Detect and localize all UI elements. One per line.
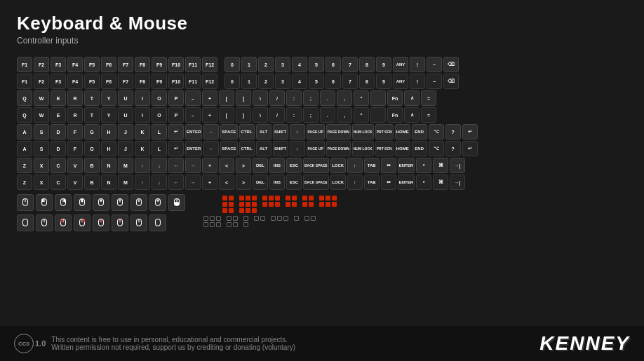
mouse-icon-outline-8[interactable]: [149, 214, 166, 231]
key-ltb[interactable]: <: [219, 175, 234, 190]
key-d[interactable]: D: [51, 124, 66, 139]
key-q[interactable]: Q: [17, 90, 32, 106]
key-dashb[interactable]: –: [185, 107, 201, 123]
key-numplus[interactable]: +: [202, 158, 217, 173]
key-p[interactable]: P: [168, 90, 184, 106]
key-l[interactable]: L: [152, 124, 167, 139]
key-uparrow[interactable]: ↑: [135, 158, 150, 173]
key-esc[interactable]: ESC: [286, 158, 302, 173]
key-eb[interactable]: E: [51, 107, 66, 123]
key-downarrowb[interactable]: ↓: [152, 175, 167, 190]
key-o[interactable]: O: [152, 90, 167, 106]
key-z[interactable]: Z: [17, 158, 32, 173]
key-f12b[interactable]: F12: [202, 74, 217, 89]
key-tilde[interactable]: ~: [427, 57, 442, 72]
key-quoteb[interactable]: ": [354, 107, 369, 123]
key-nb[interactable]: N: [101, 175, 116, 190]
mouse-icon-5[interactable]: [93, 194, 109, 211]
key-f2b[interactable]: F2: [34, 74, 49, 89]
key-f11[interactable]: F11: [185, 57, 201, 72]
key-8[interactable]: 8: [359, 57, 375, 72]
key-f9b[interactable]: F9: [152, 74, 167, 89]
key-9b[interactable]: 9: [376, 74, 391, 89]
key-mb[interactable]: M: [118, 175, 133, 190]
key-enter3[interactable]: ENTER: [398, 158, 415, 173]
key-f5[interactable]: F5: [84, 57, 100, 72]
key-f10b[interactable]: F10: [168, 74, 184, 89]
key-t[interactable]: T: [84, 90, 100, 106]
key-f7[interactable]: F7: [118, 57, 133, 72]
key-swap[interactable]: ⇔: [381, 158, 396, 173]
key-fnb[interactable]: Fn: [387, 107, 403, 123]
key-return-icon[interactable]: ↵: [168, 124, 184, 139]
key-gt[interactable]: >: [236, 158, 251, 173]
mouse-icon-outline-5[interactable]: [93, 214, 109, 231]
key-e[interactable]: E: [51, 90, 66, 106]
key-uparrowb[interactable]: ↑: [135, 175, 150, 190]
key-end[interactable]: END: [412, 124, 427, 139]
mouse-icon-outline-3[interactable]: [55, 214, 72, 231]
key-0[interactable]: 0: [224, 57, 240, 72]
mouse-icon-outline-7[interactable]: [130, 214, 147, 231]
key-asterisk[interactable]: *: [416, 158, 431, 173]
key-f3b[interactable]: F3: [51, 74, 66, 89]
key-equalsb[interactable]: =: [421, 107, 436, 123]
key-f6[interactable]: F6: [101, 57, 116, 72]
key-rb[interactable]: R: [67, 107, 83, 123]
key-1b[interactable]: 1: [241, 74, 257, 89]
key-rbracketb[interactable]: ]: [236, 107, 251, 123]
key-quote[interactable]: ": [354, 90, 369, 106]
key-lbracket[interactable]: [: [219, 90, 234, 106]
key-s[interactable]: S: [34, 124, 49, 139]
key-qb[interactable]: Q: [17, 107, 32, 123]
key-homeb[interactable]: HOME: [395, 141, 410, 156]
key-tab[interactable]: TAB: [364, 158, 380, 173]
key-ctrlb[interactable]: CTRL: [239, 141, 255, 156]
key-shiftb[interactable]: SHIFT: [273, 141, 288, 156]
key-n[interactable]: N: [101, 158, 116, 173]
key-backspace2[interactable]: BACK SPACE: [303, 158, 329, 173]
key-tabb[interactable]: TAB: [364, 175, 380, 190]
key-rbracket[interactable]: ]: [236, 90, 251, 106]
mouse-icon-2[interactable]: [36, 194, 53, 211]
key-5[interactable]: 5: [309, 57, 324, 72]
key-yb[interactable]: Y: [101, 107, 116, 123]
key-comma[interactable]: ,: [337, 90, 352, 106]
key-j[interactable]: J: [118, 124, 133, 139]
key-lt[interactable]: <: [219, 158, 234, 173]
key-escb[interactable]: ESC: [286, 175, 302, 190]
key-enter[interactable]: ENTER: [185, 124, 202, 139]
key-ob[interactable]: O: [152, 107, 167, 123]
key-endb[interactable]: END: [412, 141, 427, 156]
key-y[interactable]: Y: [101, 90, 116, 106]
key-dash[interactable]: –: [185, 90, 201, 106]
key-f9[interactable]: F9: [152, 57, 167, 72]
key-ab[interactable]: A: [17, 141, 32, 156]
key-upnumb[interactable]: ↑: [347, 175, 363, 190]
key-prtscnb[interactable]: PRT SCN: [375, 141, 394, 156]
key-vb[interactable]: V: [67, 175, 83, 190]
key-tildeb[interactable]: ~: [427, 74, 442, 89]
key-lockb[interactable]: LOCK: [330, 175, 346, 190]
key-up[interactable]: ↑: [290, 124, 305, 139]
key-numlockb[interactable]: NUM LOCK: [352, 141, 374, 156]
key-rightarrow[interactable]: →: [185, 158, 201, 173]
key-r[interactable]: R: [67, 90, 83, 106]
key-1[interactable]: 1: [241, 57, 257, 72]
key-swapb[interactable]: ⇔: [381, 175, 396, 190]
key-sb[interactable]: S: [34, 141, 49, 156]
key-backslash[interactable]: \: [253, 90, 268, 106]
key-zb[interactable]: Z: [17, 175, 32, 190]
mouse-icon-9[interactable]: [168, 194, 185, 211]
key-del[interactable]: DEL: [253, 158, 268, 173]
key-tab2[interactable]: →|: [450, 158, 465, 173]
key-caretb[interactable]: ∧: [404, 107, 420, 123]
key-6b[interactable]: 6: [326, 74, 341, 89]
key-f1[interactable]: F1: [17, 57, 32, 72]
key-slash[interactable]: /: [269, 90, 285, 106]
key-f2[interactable]: F2: [34, 57, 49, 72]
key-question[interactable]: ?: [445, 124, 461, 139]
key-u[interactable]: U: [118, 90, 133, 106]
key-asteriskb[interactable]: *: [416, 175, 431, 190]
key-excl[interactable]: !: [410, 57, 425, 72]
